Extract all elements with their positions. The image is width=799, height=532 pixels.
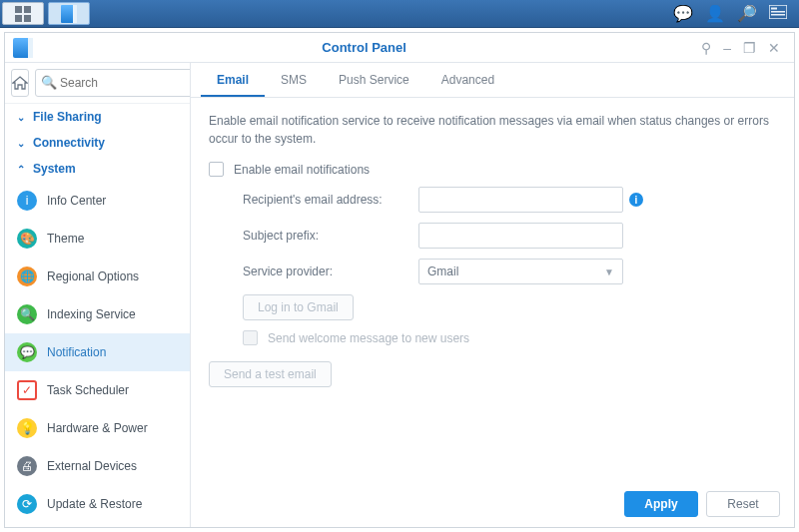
apply-button[interactable]: Apply bbox=[624, 491, 698, 517]
sidebar-item-task-scheduler[interactable]: ✓ Task Scheduler bbox=[5, 371, 190, 409]
sidebar-item-label: Update & Restore bbox=[47, 497, 142, 511]
enable-email-label: Enable email notifications bbox=[234, 163, 370, 177]
svg-rect-1 bbox=[771, 7, 777, 9]
window-maximize-icon[interactable]: ❐ bbox=[737, 40, 762, 56]
welcome-message-checkbox bbox=[243, 330, 258, 345]
sidebar-item-label: Info Center bbox=[47, 194, 106, 208]
sidebar-item-label: Indexing Service bbox=[47, 307, 136, 321]
service-provider-select[interactable]: Gmail ▼ bbox=[418, 259, 623, 284]
sidebar-item-label: Regional Options bbox=[47, 269, 139, 283]
widgets-icon[interactable] bbox=[769, 5, 787, 23]
search-input[interactable] bbox=[35, 69, 191, 97]
sidebar-item-indexing-service[interactable]: 🔍 Indexing Service bbox=[5, 295, 190, 333]
control-panel-task-button[interactable] bbox=[48, 2, 90, 25]
recipient-info-icon[interactable]: i bbox=[629, 193, 643, 207]
home-button[interactable] bbox=[11, 69, 29, 97]
send-test-email-button: Send a test email bbox=[209, 361, 332, 387]
main-content: Email SMS Push Service Advanced Enable e… bbox=[191, 63, 794, 527]
sidebar-item-label: Task Scheduler bbox=[47, 383, 129, 397]
window-pin-icon[interactable]: ⚲ bbox=[695, 40, 717, 56]
footer-actions: Apply Reset bbox=[624, 491, 780, 517]
sidebar-item-external-devices[interactable]: 🖨 External Devices bbox=[5, 447, 190, 485]
user-icon[interactable]: 👤 bbox=[705, 4, 725, 23]
calendar-check-icon: ✓ bbox=[17, 380, 37, 400]
palette-icon: 🎨 bbox=[17, 229, 37, 249]
sidebar-item-regional-options[interactable]: 🌐 Regional Options bbox=[5, 258, 190, 295]
search-field-icon: 🔍 bbox=[41, 75, 57, 90]
recipient-label: Recipient's email address: bbox=[209, 193, 418, 207]
reset-button[interactable]: Reset bbox=[706, 491, 780, 517]
chevron-down-icon: ⌄ bbox=[17, 138, 27, 149]
printer-icon: 🖨 bbox=[17, 456, 37, 476]
window-minimize-icon[interactable]: – bbox=[717, 40, 737, 56]
tab-email[interactable]: Email bbox=[201, 63, 265, 97]
section-file-sharing[interactable]: ⌄ File Sharing bbox=[5, 104, 190, 130]
welcome-message-label: Send welcome message to new users bbox=[268, 331, 469, 345]
sidebar-item-theme[interactable]: 🎨 Theme bbox=[5, 220, 190, 258]
service-provider-label: Service provider: bbox=[209, 265, 418, 278]
window-close-icon[interactable]: ✕ bbox=[762, 40, 786, 56]
sidebar-item-label: External Devices bbox=[47, 459, 137, 473]
chat-bubble-icon: 💬 bbox=[17, 342, 37, 362]
tab-sms[interactable]: SMS bbox=[265, 63, 323, 97]
main-menu-button[interactable] bbox=[2, 2, 44, 25]
service-provider-value: Gmail bbox=[427, 265, 458, 278]
login-gmail-button: Log in to Gmail bbox=[243, 294, 354, 320]
sidebar-item-hardware-power[interactable]: 💡 Hardware & Power bbox=[5, 409, 190, 447]
info-icon: i bbox=[17, 191, 37, 211]
email-panel: Enable email notification service to rec… bbox=[191, 98, 794, 527]
chevron-down-icon: ⌄ bbox=[17, 112, 27, 123]
section-connectivity[interactable]: ⌄ Connectivity bbox=[5, 130, 190, 156]
search-icon[interactable]: 🔎 bbox=[737, 4, 757, 23]
chevron-down-icon: ▼ bbox=[604, 266, 614, 277]
chevron-up-icon: ⌃ bbox=[17, 164, 27, 175]
sidebar-item-label: Theme bbox=[47, 232, 84, 246]
window-logo-icon bbox=[13, 38, 33, 58]
sidebar-item-label: Notification bbox=[47, 345, 106, 359]
refresh-icon: ⟳ bbox=[17, 494, 37, 514]
sidebar-item-info-center[interactable]: i Info Center bbox=[5, 182, 190, 220]
subject-prefix-input[interactable] bbox=[418, 223, 623, 249]
enable-email-checkbox[interactable] bbox=[209, 162, 224, 177]
tabs: Email SMS Push Service Advanced bbox=[191, 63, 794, 98]
globe-icon: 🌐 bbox=[17, 266, 37, 286]
chat-icon[interactable]: 💬 bbox=[673, 4, 693, 23]
svg-rect-3 bbox=[771, 14, 785, 16]
recipient-email-input[interactable] bbox=[418, 187, 623, 213]
system-taskbar: 💬 👤 🔎 bbox=[0, 0, 799, 28]
window-titlebar: Control Panel ⚲ – ❐ ✕ bbox=[5, 33, 794, 63]
index-search-icon: 🔍 bbox=[17, 304, 37, 324]
sidebar-item-label: Hardware & Power bbox=[47, 421, 148, 435]
home-icon bbox=[12, 76, 28, 90]
control-panel-icon bbox=[61, 5, 77, 23]
window-title: Control Panel bbox=[33, 40, 695, 55]
svg-rect-2 bbox=[771, 11, 785, 13]
control-panel-window: Control Panel ⚲ – ❐ ✕ 🔍 ⌄ File Sharing bbox=[4, 32, 795, 528]
tab-advanced[interactable]: Advanced bbox=[425, 63, 510, 97]
subject-prefix-label: Subject prefix: bbox=[209, 229, 418, 243]
sidebar-item-update-restore[interactable]: ⟳ Update & Restore bbox=[5, 485, 190, 523]
grid-icon bbox=[15, 6, 31, 22]
panel-description: Enable email notification service to rec… bbox=[209, 112, 776, 148]
lightbulb-icon: 💡 bbox=[17, 418, 37, 438]
sidebar-item-notification[interactable]: 💬 Notification bbox=[5, 333, 190, 371]
tab-push-service[interactable]: Push Service bbox=[323, 63, 425, 97]
section-system[interactable]: ⌃ System bbox=[5, 156, 190, 182]
section-applications[interactable]: ⌄ Applications bbox=[5, 523, 190, 527]
sidebar: 🔍 ⌄ File Sharing ⌄ Connectivity ⌃ System… bbox=[5, 63, 191, 527]
